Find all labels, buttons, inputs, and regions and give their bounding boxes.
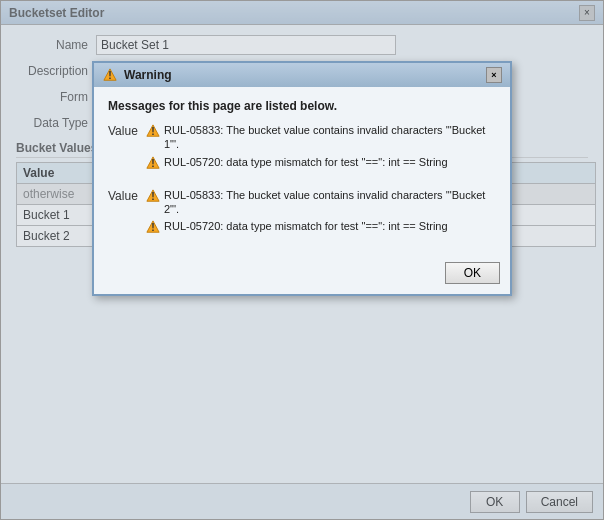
message-text: RUL-05833: The bucket value contains inv… [164,123,496,152]
svg-text:!: ! [151,221,155,233]
warning-icon: ! [102,67,118,83]
dialog-title-text: Warning [124,68,172,82]
dialog-body: Messages for this page are listed below.… [94,87,510,256]
message-group-1: Value ! RUL-05833: The bucket value cont… [108,123,496,176]
dialog-footer: OK [94,256,510,294]
dialog-ok-button[interactable]: OK [445,262,500,284]
svg-text:!: ! [151,156,155,168]
dialog-overlay: ! Warning × Messages for this page are l… [1,1,603,519]
message-text: RUL-05720: data type mismatch for test "… [164,219,448,233]
message-text: RUL-05833: The bucket value contains inv… [164,188,496,217]
message-list-2: ! RUL-05833: The bucket value contains i… [146,188,496,241]
message-item: ! RUL-05720: data type mismatch for test… [146,155,496,173]
dialog-heading: Messages for this page are listed below. [108,99,496,113]
svg-text:!: ! [151,125,155,137]
warn-triangle-icon: ! [146,124,160,141]
message-separator [108,180,496,188]
message-item: ! RUL-05833: The bucket value contains i… [146,188,496,217]
dialog-title-bar: ! Warning × [94,63,510,87]
main-window: Bucketset Editor × Name Description Form… [0,0,604,520]
warn-triangle-icon: ! [146,189,160,206]
warn-triangle-icon: ! [146,220,160,237]
message-label-1: Value [108,123,146,138]
dialog-title-content: ! Warning [102,67,172,83]
dialog-close-button[interactable]: × [486,67,502,83]
message-item: ! RUL-05720: data type mismatch for test… [146,219,496,237]
svg-text:!: ! [108,69,112,81]
message-label-2: Value [108,188,146,203]
svg-text:!: ! [151,189,155,201]
message-list-1: ! RUL-05833: The bucket value contains i… [146,123,496,176]
message-item: ! RUL-05833: The bucket value contains i… [146,123,496,152]
message-text: RUL-05720: data type mismatch for test "… [164,155,448,169]
warn-triangle-icon: ! [146,156,160,173]
warning-dialog: ! Warning × Messages for this page are l… [92,61,512,296]
message-group-2: Value ! RUL-05833: The bucket value cont… [108,188,496,241]
